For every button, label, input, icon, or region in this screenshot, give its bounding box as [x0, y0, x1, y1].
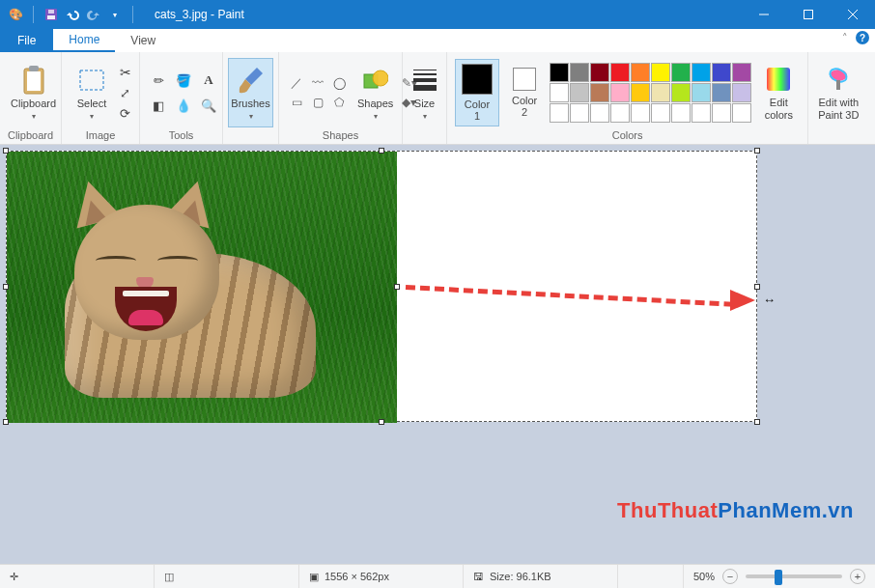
text-icon[interactable]: A [198, 70, 219, 91]
picker-icon[interactable]: 💧 [173, 95, 194, 116]
color2-button[interactable]: Color 2 [505, 63, 544, 123]
minimize-button[interactable] [742, 0, 786, 29]
resize-icon[interactable]: ⤢ [120, 86, 131, 100]
tools-grid: ✏ 🪣 A ◧ 💧 🔍 [148, 70, 219, 116]
palette-swatch[interactable] [610, 103, 630, 123]
paint3d-button[interactable]: Edit with Paint 3D [815, 58, 861, 127]
palette-swatch[interactable] [631, 103, 650, 123]
color1-swatch [462, 64, 493, 95]
palette-swatch[interactable] [570, 103, 589, 123]
qat-dropdown-icon[interactable]: ▾ [107, 7, 123, 22]
close-button[interactable] [831, 0, 875, 29]
tab-file[interactable]: File [0, 29, 53, 52]
magnifier-icon[interactable]: 🔍 [198, 95, 219, 116]
edit-colors-icon [767, 64, 790, 95]
chevron-down-icon: ▾ [423, 112, 427, 121]
palette-swatch[interactable] [590, 103, 609, 123]
palette-swatch[interactable] [590, 63, 609, 82]
eraser-icon[interactable]: ◧ [148, 95, 169, 116]
tab-home[interactable]: Home [53, 29, 115, 52]
palette-swatch[interactable] [732, 103, 751, 123]
group-label-brushes [223, 129, 278, 144]
palette-swatch[interactable] [550, 103, 569, 123]
pencil-icon[interactable]: ✏ [148, 70, 169, 91]
zoom-out-button[interactable]: − [722, 569, 738, 584]
group-label-colors: Colors [447, 129, 807, 144]
svg-rect-13 [767, 68, 790, 91]
select-icon [79, 65, 104, 96]
palette-swatch[interactable] [671, 83, 691, 102]
paint3d-icon [826, 64, 851, 95]
palette-swatch[interactable] [550, 83, 569, 102]
group-label-size [403, 129, 446, 144]
save-icon[interactable] [43, 7, 59, 22]
rotate-icon[interactable]: ⟳ [120, 106, 131, 121]
shape-roundrect-icon[interactable]: ▢ [308, 94, 327, 111]
palette-swatch[interactable] [651, 103, 670, 123]
redo-icon[interactable] [86, 7, 101, 22]
canvas[interactable] [6, 151, 757, 422]
shape-oval-icon[interactable]: ◯ [329, 74, 349, 92]
group-label-clipboard: Clipboard [0, 129, 61, 144]
help-icon[interactable]: ? [856, 31, 869, 44]
shapes-gallery[interactable]: ／ 〰 ◯ ▭ ▢ ⬠ [287, 74, 349, 111]
palette-swatch[interactable] [631, 83, 650, 102]
resize-handle[interactable] [754, 419, 760, 425]
ribbon-tabs: File Home View ˄ ? [0, 29, 875, 52]
crop-icon[interactable]: ✂ [120, 65, 131, 80]
svg-rect-9 [29, 66, 39, 71]
palette-swatch[interactable] [712, 83, 731, 102]
clipboard-button[interactable]: Clipboard ▾ [8, 58, 59, 127]
maximize-button[interactable] [786, 0, 831, 29]
brush-icon [238, 65, 265, 96]
resize-handle[interactable] [754, 148, 760, 154]
shapes-button[interactable]: Shapes ▾ [354, 58, 396, 127]
palette-swatch[interactable] [590, 83, 609, 102]
color1-button[interactable]: Color 1 [455, 59, 499, 126]
edit-colors-button[interactable]: Edit colors [757, 58, 800, 127]
svg-rect-16 [836, 80, 840, 90]
resize-handle[interactable] [3, 419, 9, 425]
palette-swatch[interactable] [712, 63, 731, 82]
palette-swatch[interactable] [692, 83, 711, 102]
tab-view[interactable]: View [115, 29, 171, 52]
collapse-ribbon-icon[interactable]: ˄ [842, 32, 848, 44]
size-button[interactable]: Size ▾ [410, 58, 439, 127]
shape-polygon-icon[interactable]: ⬠ [329, 94, 349, 111]
palette-swatch[interactable] [651, 83, 670, 102]
palette-swatch[interactable] [651, 63, 670, 82]
palette-swatch[interactable] [692, 63, 711, 82]
shape-curve-icon[interactable]: 〰 [308, 74, 327, 92]
shape-rect-icon[interactable]: ▭ [287, 94, 306, 111]
palette-swatch[interactable] [610, 63, 630, 82]
color-palette [550, 63, 751, 123]
palette-swatch[interactable] [692, 103, 711, 123]
zoom-slider[interactable] [746, 574, 842, 578]
resize-handle[interactable] [3, 148, 9, 154]
canvas-workspace[interactable]: ↔ ThuThuatPhanMem.vn [0, 145, 875, 564]
palette-swatch[interactable] [712, 103, 731, 123]
palette-swatch[interactable] [671, 63, 691, 82]
palette-swatch[interactable] [570, 83, 589, 102]
palette-swatch[interactable] [671, 103, 691, 123]
resize-handle[interactable] [379, 148, 384, 154]
status-bar: ✛ ◫ ▣ 1556 × 562px 🖫 Size: 96.1KB 50% − … [0, 564, 875, 588]
palette-swatch[interactable] [732, 63, 751, 82]
brushes-button[interactable]: Brushes ▾ [228, 58, 272, 127]
palette-swatch[interactable] [631, 63, 650, 82]
resize-handle[interactable] [754, 284, 760, 290]
palette-swatch[interactable] [550, 63, 569, 82]
select-button[interactable]: Select ▾ [70, 58, 114, 127]
undo-icon[interactable] [65, 7, 80, 22]
resize-handle[interactable] [394, 284, 400, 290]
resize-handle[interactable] [379, 419, 384, 425]
palette-swatch[interactable] [570, 63, 589, 82]
palette-swatch[interactable] [610, 83, 630, 102]
fill-icon[interactable]: 🪣 [173, 70, 194, 91]
annotation-arrow-head [730, 290, 755, 311]
shape-line-icon[interactable]: ／ [287, 74, 306, 92]
palette-swatch[interactable] [732, 83, 751, 102]
chevron-down-icon: ▾ [90, 112, 94, 121]
zoom-in-button[interactable]: + [850, 569, 865, 584]
resize-handle[interactable] [3, 284, 9, 290]
